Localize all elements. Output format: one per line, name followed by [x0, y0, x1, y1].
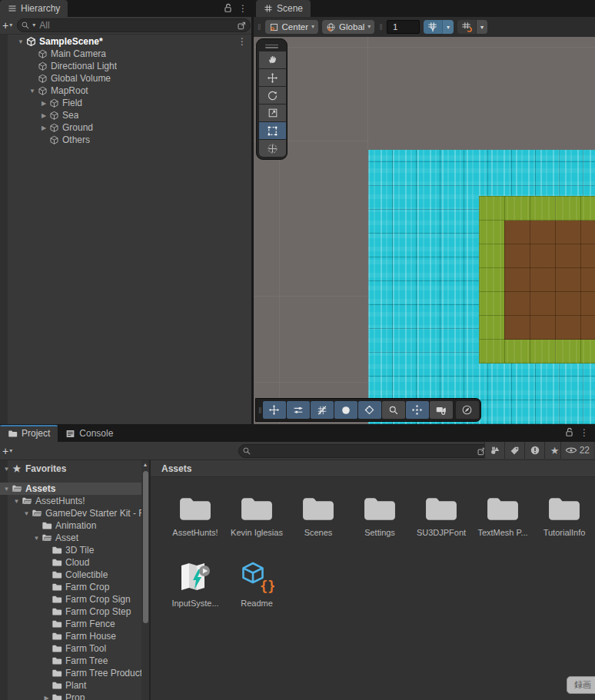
kebab-menu-icon[interactable]: ⋮ — [238, 36, 247, 47]
tool-handle-rotation-button[interactable]: Global ▾ — [322, 20, 374, 34]
scale-tool-button[interactable] — [259, 105, 286, 121]
project-search-field[interactable] — [238, 444, 490, 458]
project-tree-item[interactable]: 3D Tile — [0, 544, 141, 556]
hierarchy-search-input[interactable] — [38, 19, 234, 32]
project-tree-item[interactable]: Farm Crop — [0, 581, 141, 593]
filter-by-log-button[interactable] — [524, 442, 544, 459]
field-dirt-tiles[interactable] — [504, 221, 595, 340]
lock-icon[interactable] — [563, 426, 575, 438]
move-tool-button[interactable] — [259, 69, 286, 86]
project-tree-item-assets[interactable]: ▼ Assets — [0, 483, 141, 495]
project-tree-item[interactable]: Farm Fence — [0, 618, 141, 630]
asset-folder-assethunts[interactable]: AssetHunts! — [165, 488, 226, 537]
project-tree-item[interactable]: Collectible — [0, 569, 141, 581]
project-tree-item[interactable]: Farm Tree — [0, 655, 141, 667]
expand-arrow-icon[interactable]: ▼ — [2, 466, 12, 473]
overlay-gizmo-sphere-button[interactable] — [334, 401, 357, 419]
project-tree-item[interactable]: ▼ AssetHunts! — [0, 495, 141, 507]
hierarchy-item-global-volume[interactable]: Global Volume — [0, 72, 254, 85]
project-tree-item[interactable]: Animation — [0, 519, 141, 532]
transform-tool-button[interactable] — [259, 140, 286, 157]
overlay-grid-visibility-button[interactable] — [311, 401, 334, 419]
snap-increment-button[interactable]: ▾ — [457, 20, 487, 34]
tab-hierarchy[interactable]: Hierarchy — [0, 0, 68, 17]
project-tree-item[interactable]: ▼ GameDev Starter Kit - F — [0, 507, 141, 519]
view-hand-tool-button[interactable] — [259, 51, 286, 68]
search-options-caret-icon[interactable]: ▾ — [32, 22, 35, 28]
chevron-down-icon[interactable]: ▾ — [476, 20, 487, 34]
scroll-up-arrow-icon[interactable]: ▲ — [141, 462, 149, 467]
pick-window-icon[interactable] — [237, 21, 247, 31]
expand-arrow-icon[interactable]: ▼ — [12, 498, 22, 505]
asset-file-readme[interactable]: {} Readme — [226, 559, 288, 608]
hierarchy-item-samplescene[interactable]: ▼ SampleScene* ⋮ — [0, 35, 254, 48]
scrollbar-thumb[interactable] — [143, 471, 148, 623]
kebab-menu-icon[interactable]: ⋮ — [580, 427, 589, 438]
tab-project[interactable]: Project — [0, 425, 58, 442]
toolbar-grip-icon[interactable]: ‖ — [378, 22, 383, 32]
filter-by-label-button[interactable] — [504, 442, 524, 459]
project-tree-item[interactable]: Cloud — [0, 556, 141, 569]
tab-console[interactable]: Console — [58, 425, 121, 442]
hierarchy-item-field[interactable]: ▶ Field — [0, 97, 254, 109]
overlay-camera-button[interactable] — [430, 401, 453, 419]
tab-scene[interactable]: Scene — [256, 0, 311, 17]
hierarchy-item-main-camera[interactable]: Main Camera — [0, 48, 254, 60]
grid-size-input[interactable]: 1 — [387, 20, 420, 34]
project-tree-item[interactable]: ▶ Prop — [0, 692, 141, 700]
project-tree-item[interactable]: Farm Tool — [0, 642, 141, 655]
hierarchy-item-directional-light[interactable]: Directional Light — [0, 60, 254, 72]
tree-scrollbar[interactable]: ▲ — [141, 460, 149, 700]
asset-folder-scenes[interactable]: Scenes — [288, 488, 349, 537]
overlay-move-tool-button[interactable] — [263, 401, 286, 419]
overlay-shading-mode-button[interactable] — [358, 401, 381, 419]
overlay-drag-handle[interactable]: ‖ — [258, 406, 262, 415]
project-tree-item[interactable]: Farm House — [0, 630, 141, 642]
hierarchy-item-ground[interactable]: ▶ Ground — [0, 121, 254, 134]
asset-folder-settings[interactable]: Settings — [349, 488, 411, 537]
rotate-tool-button[interactable] — [259, 87, 286, 104]
favorites-header[interactable]: ▼ ★ Favorites — [0, 463, 141, 475]
collapse-arrow-icon[interactable]: ▶ — [38, 100, 49, 107]
visible-count[interactable]: 22 — [560, 442, 593, 459]
hierarchy-item-sea[interactable]: ▶ Sea — [0, 109, 254, 121]
rect-tool-button[interactable] — [259, 122, 286, 139]
overlay-orbit-compass-button[interactable] — [456, 401, 479, 419]
overlay-snap-settings-button[interactable] — [406, 401, 429, 419]
palette-drag-handle[interactable] — [259, 41, 284, 51]
project-tree-item[interactable]: ▼ Asset — [0, 532, 141, 544]
expand-arrow-icon[interactable]: ▼ — [2, 486, 12, 493]
expand-arrow-icon[interactable]: ▼ — [32, 535, 42, 542]
asset-folder-tutorialinfo[interactable]: TutorialInfo — [534, 488, 595, 537]
asset-file-inputsystem[interactable]: InputSyste... — [165, 559, 226, 608]
project-tree-item[interactable]: Farm Tree Product — [0, 667, 141, 679]
hierarchy-item-maproot[interactable]: ▼ MapRoot — [0, 85, 254, 97]
project-tree-item[interactable]: Farm Crop Sign — [0, 593, 141, 605]
overlay-search-button[interactable] — [382, 401, 405, 419]
collapse-arrow-icon[interactable]: ▶ — [38, 112, 49, 119]
create-object-button[interactable]: + ▾ — [0, 19, 15, 32]
chevron-down-icon[interactable]: ▾ — [442, 20, 454, 34]
project-tree-item[interactable]: Farm Crop Step — [0, 605, 141, 618]
collapse-arrow-icon[interactable]: ▶ — [42, 695, 52, 700]
project-tree-item[interactable]: Plant — [0, 679, 141, 692]
collapse-arrow-icon[interactable]: ▶ — [38, 124, 49, 131]
create-asset-button[interactable]: + ▾ — [0, 445, 15, 457]
expand-arrow-icon[interactable]: ▼ — [22, 510, 32, 517]
scene-viewport[interactable]: ‖ — [254, 37, 595, 424]
kebab-menu-icon[interactable]: ⋮ — [238, 3, 248, 14]
expand-arrow-icon[interactable]: ▼ — [27, 88, 38, 95]
asset-folder-su3djpfont[interactable]: SU3DJPFont — [411, 488, 472, 537]
filter-by-type-button[interactable] — [484, 442, 504, 459]
grid-snapping-button[interactable]: Y ▾ — [424, 20, 454, 34]
asset-folder-textmesh-pro[interactable]: TextMesh P... — [472, 488, 534, 537]
expand-arrow-icon[interactable]: ▼ — [15, 38, 26, 45]
project-search-input[interactable] — [254, 445, 474, 457]
asset-folder-kevin-iglesias[interactable]: Kevin Iglesias — [226, 488, 288, 537]
overlay-view-options-button[interactable] — [287, 401, 310, 419]
panel-divider[interactable] — [251, 0, 254, 424]
hierarchy-item-others[interactable]: Others — [0, 134, 254, 146]
hierarchy-search-field[interactable]: ▾ — [17, 18, 251, 32]
toolbar-grip-icon[interactable]: ‖ — [257, 22, 261, 32]
lock-icon[interactable] — [222, 2, 234, 14]
